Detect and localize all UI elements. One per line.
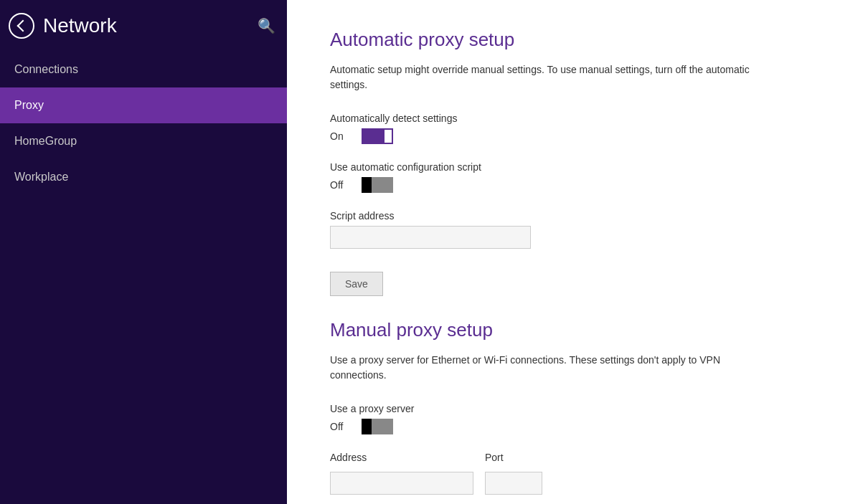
auto-detect-setting: Automatically detect settings On (330, 113, 825, 144)
manual-proxy-section: Manual proxy setup Use a proxy server fo… (330, 319, 825, 495)
port-label: Port (485, 452, 542, 463)
auto-config-setting: Use automatic configuration script Off (330, 161, 825, 193)
script-address-block: Script address (330, 210, 825, 249)
back-button[interactable] (9, 13, 34, 39)
use-proxy-state: Off (330, 421, 350, 432)
use-proxy-label: Use a proxy server (330, 403, 825, 414)
save-button[interactable]: Save (330, 272, 383, 296)
address-label: Address (330, 452, 473, 463)
sidebar-item-homegroup[interactable]: HomeGroup (0, 123, 287, 159)
address-block: Address (330, 452, 473, 495)
auto-config-label: Use automatic configuration script (330, 161, 825, 173)
script-address-input[interactable] (330, 226, 531, 249)
use-proxy-toggle-row: Off (330, 419, 825, 434)
auto-detect-toggle-row: On (330, 128, 825, 144)
address-port-row: Address Port (330, 452, 825, 495)
sidebar-item-connections[interactable]: Connections (0, 52, 287, 87)
auto-config-toggle-row: Off (330, 177, 825, 193)
sidebar-item-workplace[interactable]: Workplace (0, 159, 287, 195)
manual-proxy-title: Manual proxy setup (330, 319, 825, 341)
main-content: Automatic proxy setup Automatic setup mi… (287, 0, 868, 504)
auto-detect-state: On (330, 130, 350, 142)
search-icon[interactable]: 🔍 (258, 17, 275, 34)
auto-detect-label: Automatically detect settings (330, 113, 825, 124)
sidebar-item-proxy[interactable]: Proxy (0, 87, 287, 123)
manual-proxy-description: Use a proxy server for Ethernet or Wi-Fi… (330, 353, 775, 383)
sidebar: Network 🔍 Connections Proxy HomeGroup Wo… (0, 0, 287, 504)
script-address-label: Script address (330, 210, 825, 222)
use-proxy-setting: Use a proxy server Off (330, 403, 825, 434)
auto-detect-toggle[interactable] (362, 128, 393, 144)
port-input[interactable] (485, 472, 542, 495)
auto-proxy-section: Automatic proxy setup Automatic setup mi… (330, 29, 825, 296)
auto-proxy-title: Automatic proxy setup (330, 29, 825, 51)
auto-config-state: Off (330, 179, 350, 191)
sidebar-title: Network (43, 14, 249, 37)
use-proxy-toggle[interactable] (362, 419, 393, 434)
address-input[interactable] (330, 472, 473, 495)
port-block: Port (485, 452, 542, 495)
auto-proxy-description: Automatic setup might override manual se… (330, 62, 775, 92)
auto-config-toggle[interactable] (362, 177, 393, 193)
sidebar-header: Network 🔍 (0, 0, 287, 52)
